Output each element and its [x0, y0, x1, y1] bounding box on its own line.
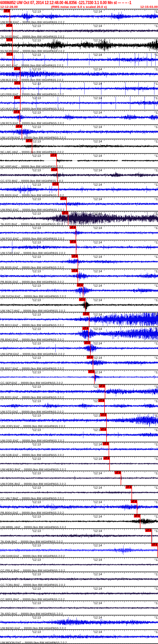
trace-row[interactable]: 12:1312:1412:15UW.STD.EHZ -- 99999.0km B…	[0, 398, 158, 413]
phase-pick-flag[interactable]: xT 4	[52, 182, 59, 186]
phase-pick-flag[interactable]: xT 4	[60, 197, 67, 200]
time-tick-label: 12:13	[33, 312, 41, 316]
trace-row[interactable]: 12:1312:1412:15PB.B927.EHZ -- 99999.0km …	[0, 355, 158, 370]
time-tick-label: 12:14	[94, 587, 102, 590]
trace-row[interactable]: 12:1312:1412:15PB.B943.EHZ -- 99999.0km …	[0, 326, 158, 341]
time-tick-label: 12:14	[94, 558, 102, 562]
trace-row[interactable]: 12:1312:1412:15PB.B926.EHZ -- 99999.0km …	[0, 182, 158, 196]
trace-row[interactable]: 12:1312:1412:15PB.B201.EHZ -- 99999.0km …	[0, 384, 158, 398]
trace-row[interactable]: 12:1312:1412:15UW.MOON.EHZ -- 99999.0km …	[0, 629, 158, 644]
trace-row[interactable]: 12:1312:1412:15CC.STD.BHZ -- 99999.0km B…	[0, 168, 158, 182]
phase-pick-flag[interactable]: xT 4	[77, 284, 83, 287]
phase-pick-flag[interactable]: xT 4	[103, 457, 110, 460]
event-summary: 60886852 UW Oct 07, 2014 12:12:48.00 46.…	[0, 0, 131, 5]
phase-pick-flag[interactable]: xT 4	[100, 414, 107, 416]
trace-row[interactable]: 12:1312:1412:15UO.HUO.EHZ -- 99999.0km B…	[0, 96, 158, 110]
trace-row[interactable]: 12:1312:1412:15TA.I05D.BHZ -- 99999.0km …	[0, 600, 158, 615]
trace-row[interactable]: 12:1312:1412:15CC.TCBU.BHZ -- 99999.0km …	[0, 572, 158, 586]
phase-pick-flag[interactable]: xT 4	[51, 168, 58, 171]
trace-row[interactable]: 12:1312:1412:15UW.JORV.EHZ -- 99999.0km …	[0, 413, 158, 427]
phase-pick-flag[interactable]: xT 4	[72, 269, 78, 272]
trace-row[interactable]: 12:1312:1412:15UW.YACT.HHZ -- 99999.0km …	[0, 298, 158, 312]
trace-row[interactable]: 12:1312:1412:15UW.FORK.BHZ -- 99999.0km …	[0, 470, 158, 485]
trace-row[interactable]: 12:1312:1412:15UW.RCS.EHZ -- 99999.0km B…	[0, 110, 158, 124]
phase-pick-flag[interactable]: xT 4	[84, 341, 91, 344]
phase-pick-flag[interactable]: xT 4	[103, 442, 109, 445]
time-tick-label: 12:13	[33, 67, 41, 71]
trace-row[interactable]: 12:1312:1412:15CC.WIFE.BHZ -- 99999.0km …	[0, 586, 158, 600]
phase-pick-flag[interactable]: xT 4	[83, 312, 89, 316]
phase-pick-flag[interactable]: xT 4	[14, 82, 21, 85]
phase-pick-flag[interactable]: xT 4	[70, 226, 76, 229]
phase-pick-flag[interactable]: xT 4	[125, 486, 132, 489]
trace-row[interactable]: 12:1312:1412:15UW.HEBO.BHZ -- 99999.0km …	[0, 456, 158, 470]
trace-row[interactable]: 12:1312:1412:15CC.PRLK.BHZ -- 99999.0km …	[0, 557, 158, 572]
trace-row[interactable]: 12:1312:1412:15UW.STAR.EHZ -- 99999.0km …	[0, 240, 158, 254]
phase-pick-flag[interactable]: xT 4	[82, 327, 89, 330]
trace-row[interactable]: 12:1312:1412:15UW.LKVW.EHZ -- 99999.0km …	[0, 124, 158, 139]
trace-row[interactable]: 12:1312:1412:15PB.B004.EHZ -- 99999.0km …	[0, 500, 158, 514]
trace-row[interactable]: 12:1312:1412:15UW.MJ2.EHZ -- 99999.0km B…	[0, 66, 158, 81]
trace-row[interactable]: 12:1312:1412:15NV.NC89.HHZ -- 99999.0km …	[0, 38, 158, 52]
phase-pick-line	[22, 128, 22, 139]
phase-pick-flag[interactable]: xT 4	[115, 471, 121, 474]
trace-row[interactable]: 12:1312:1412:15UW.PGO.EHZ -- 99999.0km B…	[0, 225, 158, 240]
trace-row[interactable]: 12:1312:1412:15CC.VALT.BHZ -- 99999.0km …	[0, 485, 158, 500]
trace-row[interactable]: 12:1312:1412:15UW.MRBL.HHZ -- 99999.0km …	[0, 514, 158, 528]
trace-row[interactable]: 12:1312:1412:15PB.B035.EHZ -- 99999.0km …	[0, 254, 158, 268]
phase-pick-line	[157, 546, 158, 557]
phase-pick-flag[interactable]: xT 4	[145, 529, 152, 532]
phase-pick-flag[interactable]: xT 4	[99, 384, 105, 388]
trace-row[interactable]: 12:1312:1412:15UW.OSD.EHZ -- 99999.0km B…	[0, 427, 158, 442]
time-tick-label: 12:13	[33, 356, 41, 360]
phase-pick-flag[interactable]: xT 4	[16, 125, 22, 128]
time-tick-label: 12:14	[94, 125, 102, 129]
phase-pick-flag[interactable]: xT 4	[14, 96, 21, 99]
phase-pick-flag[interactable]: xT 4	[100, 428, 107, 431]
trace-row[interactable]: 12:1312:1412:15UW.GHW.EHZ -- 99999.0km B…	[0, 543, 158, 557]
trace-row[interactable]: 12:1312:1412:15CC.SEP.EHZ -- 99999.0km B…	[0, 370, 158, 384]
trace-row[interactable]: 12:1312:1412:15TA.I04A.BHZ -- 99999.0km …	[0, 528, 158, 543]
trace-row[interactable]: 12:1312:1412:15NC.LMC.HHZ -- 99999.0km B…	[0, 139, 158, 153]
phase-pick-flag[interactable]: xT 4	[88, 370, 95, 373]
trace-row[interactable]: 12:1312:1412:15UO.FRI6.EHZ -- 99999.0km …	[0, 81, 158, 96]
time-tick-label: 12:15	[155, 442, 158, 446]
trace-row[interactable]: 12:1312:1412:15NC.KRP.HHZ -- 99999.0km B…	[0, 153, 158, 168]
phase-pick-flag[interactable]: xT 4	[7, 53, 13, 56]
phase-pick-flag[interactable]: xT 4	[6, 38, 13, 41]
trace-row[interactable]: 12:1312:1412:15PB.B013.EHZ -- 99999.0km …	[0, 312, 158, 326]
trace-row[interactable]: 12:1312:1412:15UO.JRO.EHZ -- 99999.0km B…	[0, 52, 158, 66]
phase-pick-flag[interactable]: xT 4	[131, 500, 137, 503]
trace-row[interactable]: 12:1312:1412:15TA.I02D.BHZ -- 99999.0km …	[0, 211, 158, 225]
phase-pick-flag[interactable]: xT 4	[98, 399, 105, 402]
trace-row[interactable]: 12:1312:1412:15UW.RCM.EHZ -- 99999.0km B…	[0, 9, 158, 23]
phase-pick-flag[interactable]: xT 4	[26, 139, 32, 142]
trace-row[interactable]: 12:1312:1412:15UW.BEND.EHZ -- 99999.0km …	[0, 615, 158, 629]
time-tick-label: 12:14	[94, 544, 102, 547]
time-tick-label: 12:15	[155, 240, 158, 244]
phase-pick-flag[interactable]: xT 4	[72, 255, 78, 258]
phase-pick-line	[104, 402, 105, 413]
phase-pick-flag[interactable]: xT 4	[87, 356, 93, 359]
trace-row[interactable]: 12:1312:1412:15UW.RNO.EHZ -- 99999.0km B…	[0, 196, 158, 211]
phase-pick-flag[interactable]: xT 4	[79, 298, 85, 301]
phase-pick-flag[interactable]: xT 4	[4, 10, 10, 12]
phase-pick-flag[interactable]: xT 4	[134, 514, 140, 518]
phase-pick-flag[interactable]: xT 4	[70, 240, 76, 243]
phase-pick-line	[137, 503, 137, 514]
time-tick-label: 12:13	[33, 486, 41, 489]
phase-pick-flag[interactable]: xT 4	[151, 543, 158, 546]
trace-row[interactable]: 12:1312:1412:15UW.GPW.EHZ -- 99999.0km B…	[0, 341, 158, 355]
trace-row[interactable]: 12:1312:1412:15UW.SVOH.EHZ -- 99999.0km …	[0, 283, 158, 298]
time-tick-label: 12:15	[155, 342, 158, 345]
phase-pick-flag[interactable]: xT 4	[14, 67, 21, 70]
trace-row[interactable]: 12:1312:1412:15PB.B036.EHZ -- 99999.0km …	[0, 268, 158, 283]
phase-pick-line	[76, 229, 76, 240]
trace-row[interactable]: 12:1312:1412:15UW.SQB.EHZ -- 99999.0km B…	[0, 442, 158, 456]
time-tick-label: 12:13	[33, 226, 41, 230]
phase-pick-flag[interactable]: xT 4	[62, 212, 68, 214]
phase-pick-flag[interactable]: xT 4	[14, 110, 20, 114]
trace-row[interactable]: 12:1312:1412:15TA.G03D.BHZ -- 99999.0km …	[0, 23, 158, 38]
phase-pick-flag[interactable]: xT 4	[6, 24, 13, 27]
phase-pick-flag[interactable]: xT 4	[50, 154, 57, 157]
